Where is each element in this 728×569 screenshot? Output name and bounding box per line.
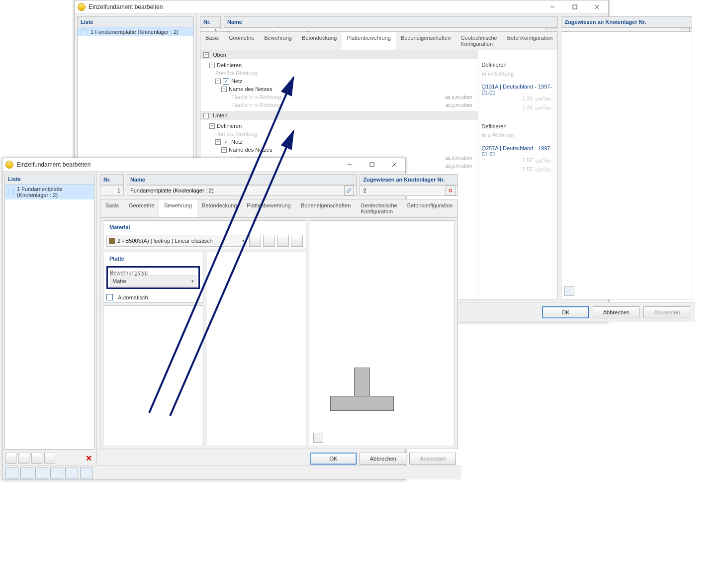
footer-icon-3[interactable] [35,468,48,478]
footer-icon-2[interactable] [20,468,33,478]
preview-action-icon[interactable] [564,286,574,296]
mesh-sel-top[interactable]: Q131A | Deutschland - 1997-01-01 [481,85,554,94]
tab-geotech-konfig[interactable]: Geotechnische Konfiguration [356,199,402,217]
tab-plattenbewehrung[interactable]: Plattenbewehrung [242,199,296,217]
expander-icon[interactable]: − [215,79,221,84]
app-footer [2,466,461,479]
tab-bodeneigenschaften[interactable]: Bodeneigenschaften [296,199,356,217]
list-item-swatch [8,190,14,194]
material-swatch-icon [109,238,115,244]
tab-geotech-konfig[interactable]: Geotechnische Konfiguration [455,32,502,50]
group-unten-header[interactable]: − Unten [200,111,478,120]
tab-bewehrung[interactable]: Bewehrung [159,199,197,218]
assigned-header: Zugewiesen an Knotenlager Nr. [561,17,692,27]
footer-icon-6[interactable] [80,468,93,478]
window-title: Einzelfundament bearbeiten [89,3,541,10]
ok-button[interactable]: OK [310,453,357,465]
delete-button[interactable]: ✕ [84,453,93,463]
netz-checkbox-top[interactable] [223,78,229,85]
liste-header: Liste [78,17,193,27]
nr-value[interactable] [102,187,121,194]
material-box: Material 2 - B500S(A) | Isotrop | Linear… [103,220,306,249]
back-preview [561,31,692,299]
app-icon [78,3,86,11]
apply-button[interactable]: Anwenden [643,306,690,318]
nr-header: Nr. [200,17,220,27]
expander-icon[interactable]: − [215,139,221,145]
platte-label: Platte [106,254,200,263]
tab-geometrie[interactable]: Geometrie [124,199,159,217]
ok-button[interactable]: OK [542,306,589,318]
tab-basis[interactable]: Basis [100,199,124,217]
material-edit-button[interactable] [291,235,303,247]
tab-bodeneigenschaften[interactable]: Bodeneigenschaften [396,32,455,50]
cancel-button[interactable]: Abbrechen [593,306,639,318]
close-button[interactable] [586,0,608,13]
tab-basis[interactable]: Basis [200,32,224,50]
name-edit-icon[interactable] [344,186,354,195]
name-header: Name [224,17,557,27]
expander-icon[interactable]: − [221,147,227,153]
assigned-input[interactable] [362,187,445,194]
list-item-swatch [81,29,88,34]
primary-direction-label: Primäre Richtung [215,70,258,76]
minimize-button[interactable] [541,0,563,13]
material-select[interactable]: 2 - B500S(A) | Isotrop | Linear elastisc… [106,235,247,247]
uncheck-button[interactable] [44,453,55,464]
automatisch-checkbox[interactable] [106,294,113,300]
tab-bewehrung[interactable]: Bewehrung [259,32,297,50]
expander-icon[interactable]: − [209,63,215,68]
material-library-button[interactable] [249,235,261,247]
chevron-down-icon: ▾ [191,279,194,284]
group-oben-header[interactable]: − Oben [200,50,478,59]
front-window: Einzelfundament bearbeiten Liste 1 Funda… [2,158,406,480]
svg-point-11 [449,189,452,192]
add-button[interactable] [5,453,16,464]
svg-rect-1 [573,5,577,9]
expander-icon[interactable]: − [203,52,209,58]
platte-box: Platte Bewehrungstyp Matte ▾ Automat [103,252,203,303]
tab-betonkonfig[interactable]: Betonkonfiguration [502,32,558,50]
automatisch-label: Automatisch [118,294,148,300]
back-titlebar: Einzelfundament bearbeiten [75,0,608,14]
material-copy-button[interactable] [277,235,289,247]
preview-action-icon[interactable] [313,433,323,443]
expander-icon[interactable]: − [221,87,227,92]
minimize-button[interactable] [338,158,361,171]
close-button[interactable] [383,158,405,171]
list-item-selected[interactable]: 1 Fundamentplatte (Knotenlager : 2) [5,185,94,199]
bewehrungstyp-highlight: Bewehrungstyp Matte ▾ [106,266,200,289]
assigned-header: Zugewiesen an Knotenlager Nr. [360,175,457,185]
bewehrungstyp-label: Bewehrungstyp [110,270,196,276]
footer-icon-5[interactable] [65,468,78,478]
assigned-pick-icon[interactable] [446,186,455,195]
chevron-down-icon: ▾ [242,238,245,243]
name-header: Name [127,175,356,185]
tab-plattenbewehrung[interactable]: Plattenbewehrung [342,32,396,50]
bewehrungstyp-select[interactable]: Matte ▾ [110,276,196,286]
footer-icon-4[interactable] [50,468,63,478]
material-new-button[interactable] [263,235,275,247]
maximize-button[interactable] [361,158,383,171]
tab-geometrie[interactable]: Geometrie [224,32,259,50]
app-icon [5,161,13,169]
svg-rect-8 [370,163,374,167]
maximize-button[interactable] [563,0,586,13]
tab-betondeckung[interactable]: Betondeckung [197,199,242,217]
copy-button[interactable] [18,453,29,464]
check-button[interactable] [31,453,42,464]
tab-betondeckung[interactable]: Betondeckung [297,32,342,50]
cancel-button[interactable]: Abbrechen [360,453,406,465]
expander-icon[interactable]: − [209,123,215,129]
middle-empty-cell [206,252,306,446]
footer-icon-1[interactable] [5,468,18,478]
front-tabstrip: Basis Geometrie Bewehrung Betondeckung P… [100,199,458,217]
list-item-selected[interactable]: 1 Fundamentplatte (Knotenlager : 2) [78,27,193,36]
expander-icon[interactable]: − [203,113,209,118]
apply-button[interactable]: Anwenden [409,453,456,465]
tab-betonkonfig[interactable]: Betonkonfiguration [402,199,458,217]
name-input[interactable] [129,187,343,194]
netz-checkbox-bot[interactable] [223,139,229,145]
mesh-sel-bot[interactable]: Q257A | Deutschland - 1997-01-01 [481,147,554,156]
list-item-text: 1 Fundamentplatte (Knotenlager : 2) [17,186,91,198]
